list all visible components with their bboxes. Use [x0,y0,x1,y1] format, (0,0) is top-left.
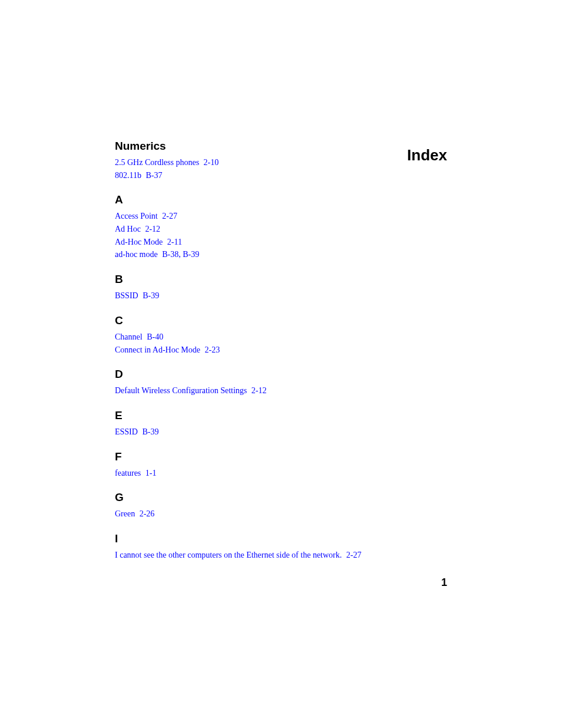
section-heading: Numerics [115,140,445,153]
entry-term: 802.11b [115,171,141,180]
section-d: D Default Wireless Configuration Setting… [115,368,445,397]
section-heading: D [115,368,445,381]
index-entry[interactable]: ad-hoc mode B-38, B-39 [115,248,445,261]
index-entry[interactable]: BSSID B-39 [115,289,445,302]
section-heading: A [115,193,445,206]
index-entry[interactable]: features 1-1 [115,467,445,480]
entry-page: 2-10 [204,158,219,167]
entry-page: B-40 [147,332,163,341]
index-entry[interactable]: ESSID B-39 [115,426,445,439]
entry-term: Connect in Ad-Hoc Mode [115,345,200,354]
index-entry[interactable]: Access Point 2-27 [115,210,445,223]
index-entry[interactable]: Ad-Hoc Mode 2-11 [115,236,445,249]
entry-page: 2-27 [346,551,362,559]
index-entry[interactable]: Channel B-40 [115,331,445,344]
section-heading: C [115,314,445,327]
section-numerics: Numerics 2.5 GHz Cordless phones 2-10 80… [115,140,445,182]
index-content: Numerics 2.5 GHz Cordless phones 2-10 80… [115,140,445,574]
entry-page: B-39 [143,291,159,300]
index-entry[interactable]: I cannot see the other computers on the … [115,549,445,562]
section-a: A Access Point 2-27 Ad Hoc 2-12 Ad-Hoc M… [115,193,445,261]
entry-page: 2-11 [167,238,182,246]
index-entry[interactable]: Ad Hoc 2-12 [115,223,445,236]
entry-term: BSSID [115,291,138,300]
entry-term: I cannot see the other computers on the … [115,551,342,559]
entry-term: Ad Hoc [115,225,141,233]
entry-page: 2-26 [140,509,155,518]
index-entry[interactable]: Default Wireless Configuration Settings … [115,384,445,397]
entry-term: Ad-Hoc Mode [115,238,163,246]
section-e: E ESSID B-39 [115,409,445,439]
entry-page: 2-23 [205,345,220,354]
entry-term: features [115,469,141,477]
entry-page: 2-12 [252,386,267,395]
entry-term: ad-hoc mode [115,250,158,259]
section-heading: F [115,450,445,463]
entry-page: B-38, B-39 [162,250,199,259]
index-entry[interactable]: Connect in Ad-Hoc Mode 2-23 [115,344,445,357]
index-entry[interactable]: 2.5 GHz Cordless phones 2-10 [115,156,445,169]
section-heading: I [115,532,445,545]
entry-term: 2.5 GHz Cordless phones [115,158,199,167]
entry-page: 2-27 [162,212,177,220]
entry-page: B-39 [142,427,158,436]
entry-page: B-37 [146,171,162,180]
entry-term: ESSID [115,427,138,436]
section-i: I I cannot see the other computers on th… [115,532,445,562]
entry-page: 2-12 [145,225,160,233]
section-c: C Channel B-40 Connect in Ad-Hoc Mode 2-… [115,314,445,356]
entry-term: Access Point [115,212,158,220]
entry-term: Channel [115,332,143,341]
section-b: B BSSID B-39 [115,273,445,302]
section-heading: E [115,409,445,422]
section-heading: G [115,491,445,504]
section-f: F features 1-1 [115,450,445,480]
page-number: 1 [441,577,447,589]
entry-page: 1-1 [146,469,157,477]
section-g: G Green 2-26 [115,491,445,521]
index-entry[interactable]: Green 2-26 [115,508,445,521]
entry-term: Green [115,509,135,518]
index-entry[interactable]: 802.11b B-37 [115,169,445,182]
entry-term: Default Wireless Configuration Settings [115,386,247,395]
section-heading: B [115,273,445,286]
